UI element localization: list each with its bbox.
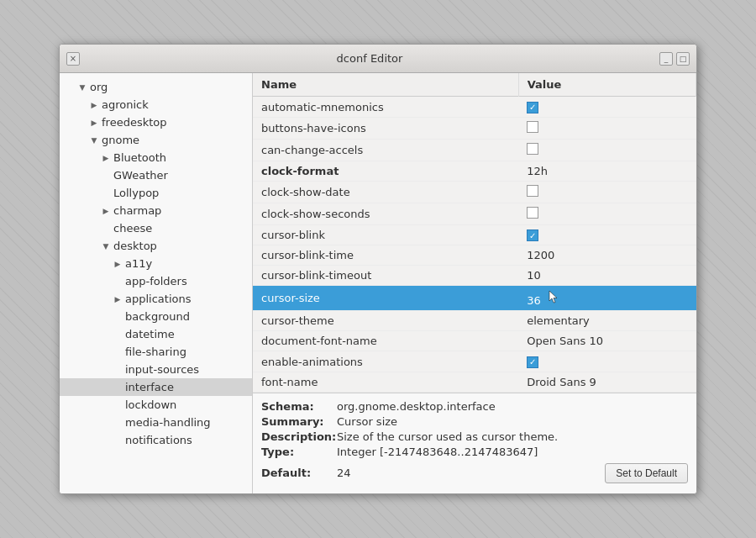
- checkbox-icon[interactable]: [527, 356, 538, 368]
- toggle-background-icon: [112, 311, 123, 323]
- row-value: [518, 351, 696, 372]
- table-row[interactable]: buttons-have-icons: [253, 117, 696, 139]
- schema-value: org.gnome.desktop.interface: [337, 400, 496, 413]
- row-name: can-change-accels: [253, 139, 518, 161]
- sidebar-label-org: org: [90, 81, 108, 93]
- sidebar-item-input-sources[interactable]: input-sources: [60, 361, 252, 378]
- titlebar-left: ×: [66, 52, 80, 66]
- row-name: clock-format: [253, 161, 518, 181]
- sidebar-item-notifications[interactable]: notifications: [60, 431, 252, 449]
- row-name: clock-show-date: [253, 181, 518, 203]
- close-button[interactable]: ×: [66, 52, 80, 66]
- default-left: Default: 24: [261, 467, 351, 479]
- sidebar-item-desktop[interactable]: desktop: [60, 237, 252, 255]
- toggle-input-sources-icon: [112, 364, 123, 376]
- row-value: 12h: [518, 161, 696, 181]
- sidebar-label-agronick: agronick: [102, 98, 149, 111]
- sidebar-label-interface: interface: [125, 381, 174, 393]
- sidebar-item-charmap[interactable]: charmap: [60, 202, 252, 219]
- checkbox-icon[interactable]: [527, 143, 538, 155]
- col-header-name: Name: [253, 73, 518, 97]
- row-name: cursor-blink-time: [253, 245, 518, 266]
- table-row[interactable]: cursor-blink: [253, 224, 696, 245]
- sidebar-label-gnome: gnome: [102, 134, 139, 146]
- set-default-button[interactable]: Set to Default: [605, 463, 688, 483]
- toggle-interface-icon: [112, 382, 123, 393]
- toggle-notifications-icon: [112, 435, 123, 446]
- toggle-file-sharing-icon: [112, 346, 123, 358]
- row-value: [518, 97, 696, 118]
- sidebar-item-bluetooth[interactable]: Bluetooth: [60, 149, 252, 166]
- table-row[interactable]: cursor-themeelementary: [253, 311, 696, 331]
- sidebar-item-agronick[interactable]: agronick: [60, 96, 252, 113]
- checkbox-icon[interactable]: [527, 121, 538, 133]
- sidebar-item-lollypop[interactable]: Lollypop: [60, 184, 252, 202]
- table-row[interactable]: automatic-mnemonics: [253, 97, 696, 118]
- sidebar-label-background: background: [125, 310, 190, 323]
- summary-row: Summary: Cursor size: [261, 415, 688, 428]
- sidebar: org agronick freedesktop gnome Bluetooth…: [60, 73, 253, 493]
- table-row[interactable]: enable-animations: [253, 351, 696, 372]
- minimize-button[interactable]: _: [659, 52, 673, 66]
- row-name: font-name: [253, 372, 518, 392]
- sidebar-item-lockdown[interactable]: lockdown: [60, 396, 252, 414]
- table-row[interactable]: clock-show-date: [253, 181, 696, 203]
- content-area: org agronick freedesktop gnome Bluetooth…: [60, 73, 696, 493]
- schema-row: Schema: org.gnome.desktop.interface: [261, 400, 688, 413]
- table-row[interactable]: font-nameDroid Sans 9: [253, 372, 696, 392]
- details-panel: Schema: org.gnome.desktop.interface Summ…: [253, 393, 696, 493]
- sidebar-item-interface[interactable]: interface: [60, 378, 252, 396]
- row-value: Droid Sans 9: [518, 372, 696, 392]
- table-row[interactable]: clock-show-seconds: [253, 203, 696, 224]
- row-value: [518, 224, 696, 245]
- maximize-button[interactable]: □: [676, 52, 690, 66]
- sidebar-item-background[interactable]: background: [60, 308, 252, 325]
- table-row[interactable]: cursor-blink-time1200: [253, 245, 696, 266]
- checkbox-icon[interactable]: [527, 102, 538, 113]
- sidebar-item-cheese[interactable]: cheese: [60, 219, 252, 237]
- row-name: clock-show-seconds: [253, 203, 518, 224]
- titlebar: × dconf Editor _ □: [60, 45, 696, 73]
- sidebar-item-gweather[interactable]: GWeather: [60, 166, 252, 184]
- titlebar-right: _ □: [659, 52, 690, 66]
- sidebar-label-notifications: notifications: [125, 434, 192, 446]
- settings-table: Name Value automatic-mnemonicsbuttons-ha…: [253, 73, 696, 393]
- sidebar-item-gnome[interactable]: gnome: [60, 131, 252, 149]
- row-value: [518, 203, 696, 224]
- type-value: Integer [-2147483648..2147483647]: [337, 446, 538, 458]
- sidebar-label-gweather: GWeather: [113, 169, 168, 182]
- sidebar-item-freedesktop[interactable]: freedesktop: [60, 113, 252, 131]
- row-name: enable-animations: [253, 351, 518, 372]
- toggle-cheese-icon: [100, 223, 112, 235]
- sidebar-item-file-sharing[interactable]: file-sharing: [60, 343, 252, 361]
- row-name: document-font-name: [253, 331, 518, 351]
- sidebar-label-bluetooth: Bluetooth: [113, 151, 166, 164]
- table-row[interactable]: cursor-blink-timeout10: [253, 266, 696, 286]
- table-row[interactable]: clock-format12h: [253, 161, 696, 181]
- checkbox-icon[interactable]: [527, 185, 538, 197]
- sidebar-item-datetime[interactable]: datetime: [60, 325, 252, 343]
- sidebar-label-media-handling: media-handling: [125, 416, 211, 429]
- col-header-value: Value: [518, 73, 696, 97]
- description-label: Description:: [261, 430, 337, 443]
- sidebar-item-media-handling[interactable]: media-handling: [60, 414, 252, 431]
- description-value: Size of the cursor used as cursor theme.: [337, 430, 558, 443]
- type-row: Type: Integer [-2147483648..2147483647]: [261, 446, 688, 458]
- table-row[interactable]: cursor-size36: [253, 286, 696, 311]
- sidebar-item-org[interactable]: org: [60, 78, 252, 96]
- row-value: elementary: [518, 311, 696, 331]
- default-row: Default: 24 Set to Default: [261, 463, 688, 483]
- table-row[interactable]: can-change-accels: [253, 139, 696, 161]
- row-name: cursor-blink-timeout: [253, 266, 518, 286]
- table-row[interactable]: document-font-nameOpen Sans 10: [253, 331, 696, 351]
- checkbox-icon[interactable]: [527, 229, 538, 241]
- sidebar-item-app-folders[interactable]: app-folders: [60, 272, 252, 290]
- checkbox-icon[interactable]: [527, 207, 538, 219]
- toggle-bluetooth-icon: [100, 152, 112, 164]
- type-label: Type:: [261, 446, 337, 458]
- toggle-org-icon: [76, 82, 88, 93]
- sidebar-item-applications[interactable]: applications: [60, 290, 252, 308]
- toggle-agronick-icon: [88, 99, 100, 111]
- row-name: cursor-blink: [253, 224, 518, 245]
- sidebar-item-a11y[interactable]: a11y: [60, 255, 252, 272]
